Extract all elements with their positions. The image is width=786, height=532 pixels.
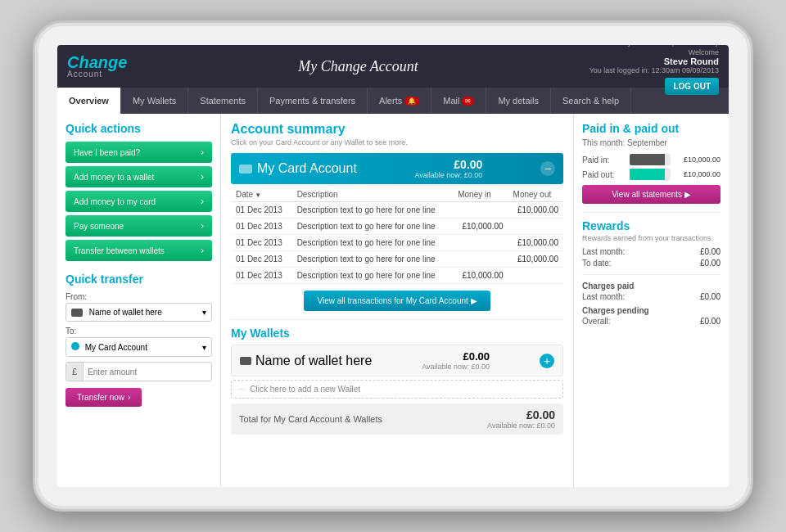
amount-input[interactable] (84, 363, 211, 381)
add-to-wallet-button[interactable]: + (540, 354, 554, 368)
charges-paid-title: Charges paid (582, 282, 720, 291)
total-amounts: £0.00 Available now: £0.00 (487, 408, 555, 430)
bar-chart: Paid in: £10,000.00 Paid out: £10,000.00 (582, 154, 720, 180)
action-transfer-wallets[interactable]: Transfer between wallets › (66, 240, 212, 261)
logo: Change Account (67, 54, 127, 79)
paid-in-amount: £10,000.00 (675, 156, 720, 164)
privacy-link[interactable]: Privacy & Cookies (608, 45, 667, 47)
add-wallet-text: Click here to add a new Wallet (250, 385, 360, 394)
charges-pending-val: £0.00 (700, 317, 720, 326)
tx-date: 01 Dec 2013 (231, 235, 292, 251)
add-wallet-row[interactable]: ··· Click here to add a new Wallet (231, 380, 563, 399)
paid-title: Paid in & paid out (582, 122, 720, 135)
paid-out-track (630, 169, 671, 180)
nav-my-details[interactable]: My details (486, 88, 551, 114)
view-statements-button[interactable]: View all statements ▶ (582, 185, 720, 204)
tx-desc: Description text to go here for one line (292, 268, 454, 284)
card-wallet-icon (239, 165, 252, 174)
nav-mail[interactable]: Mail ✉ (431, 88, 486, 114)
col-money-in: Money in (453, 187, 508, 202)
tx-money-in: £10,000.00 (453, 219, 508, 235)
tx-desc: Description text to go here for one line (292, 202, 454, 219)
tx-money-out: £10,000.00 (508, 251, 563, 268)
nav-overview[interactable]: Overview (57, 88, 121, 114)
transfer-now-button[interactable]: Transfer now › (66, 388, 142, 407)
card-icon (71, 342, 79, 350)
main-content: Quick actions Have I been paid? › Add mo… (57, 114, 729, 487)
table-row: 01 Dec 2013 Description text to go here … (231, 202, 563, 219)
col-description: Description (292, 187, 454, 202)
wallet-name-area: Name of wallet here (240, 354, 372, 368)
wallet-icon (71, 309, 83, 317)
app-title: My Change Account (127, 58, 589, 75)
mail-badge: ✉ (462, 97, 474, 106)
last-month-label: Last month: (582, 247, 625, 256)
to-account-select[interactable]: My Card Account ▾ (66, 337, 212, 357)
from-wallet-select[interactable]: Name of wallet here ▾ (66, 303, 212, 322)
logout-button[interactable]: LOG OUT (665, 78, 719, 95)
nav-statements[interactable]: Statements (188, 88, 258, 114)
from-label: From: (66, 292, 212, 301)
quick-transfer-section: Quick transfer From: Name of wallet here… (66, 273, 212, 407)
center-panel: Account summary Click on your Card Accou… (221, 114, 573, 487)
charges-paid-last-val: £0.00 (700, 292, 720, 301)
screen: Change Account My Change Account Privacy… (57, 45, 729, 487)
table-row: 01 Dec 2013 Description text to go here … (231, 235, 563, 251)
table-row: 01 Dec 2013 Description text to go here … (231, 251, 563, 268)
to-date-row: To date: £0.00 (582, 259, 720, 268)
tx-money-in (453, 251, 508, 268)
currency-prefix: £ (66, 363, 84, 381)
action-add-money-wallet[interactable]: Add money to a wallet › (66, 166, 212, 187)
charges-paid-last-row: Last month: £0.00 (582, 292, 720, 301)
paid-out-amount: £10,000.00 (675, 170, 720, 178)
alerts-badge: 🔔 (404, 97, 419, 106)
total-available: Available now: £0.00 (487, 422, 555, 430)
nav-my-wallets[interactable]: My Wallets (121, 88, 188, 114)
col-date[interactable]: Date (231, 187, 292, 202)
quick-transfer-title: Quick transfer (66, 273, 212, 286)
tablet-frame: Change Account My Change Account Privacy… (33, 20, 753, 512)
to-date-val: £0.00 (700, 259, 720, 268)
tx-money-out: £10,000.00 (508, 235, 563, 251)
last-month-row: Last month: £0.00 (582, 247, 720, 256)
paid-out-label: Paid out: (582, 170, 625, 179)
action-pay-someone[interactable]: Pay someone › (66, 215, 212, 237)
nav-payments-transfers[interactable]: Payments & transfers (258, 88, 368, 114)
wallet-row-icon (240, 357, 251, 365)
top-links: Privacy & Cookies | Accessibility (608, 45, 719, 47)
wallet-name: Name of wallet here (255, 354, 372, 368)
charges-pending-title: Charges pending (582, 306, 720, 315)
accessibility-link[interactable]: Accessibility (679, 45, 719, 47)
tx-date: 01 Dec 2013 (231, 268, 292, 284)
view-all-transactions-button[interactable]: View all transactions for My Card Accoun… (304, 291, 490, 311)
total-amount: £0.00 (487, 408, 555, 422)
nav-search-help[interactable]: Search & help (551, 88, 631, 114)
card-available: Available now: £0.00 (414, 171, 482, 179)
tx-money-out (508, 219, 563, 235)
paid-in-track (630, 154, 671, 165)
tx-money-in (453, 202, 508, 219)
paid-out-bar-row: Paid out: £10,000.00 (582, 169, 720, 180)
total-row: Total for My Card Account & Wallets £0.0… (231, 404, 563, 435)
nav-bar: Overview My Wallets Statements Payments … (57, 88, 729, 114)
transfer-arrow-icon: › (128, 393, 130, 402)
right-panel: Paid in & paid out This month: September… (573, 114, 729, 487)
logo-account-text: Account (67, 70, 127, 79)
wallet-amount: £0.00 (422, 350, 490, 363)
nav-alerts[interactable]: Alerts 🔔 (368, 88, 431, 114)
action-add-money-card[interactable]: Add money to my card › (66, 191, 212, 212)
welcome-text: Welcome (689, 48, 719, 56)
card-account-bar[interactable]: My Card Account £0.00 Available now: £0.… (231, 153, 563, 184)
action-have-i-been-paid[interactable]: Have I been paid? › (66, 142, 212, 163)
to-date-label: To date: (582, 259, 612, 268)
tx-money-out (508, 268, 563, 284)
tx-money-in: £10,000.00 (453, 268, 508, 284)
collapse-card-button[interactable]: − (540, 161, 555, 176)
paid-in-bar-row: Paid in: £10,000.00 (582, 154, 720, 165)
last-month-val: £0.00 (700, 247, 720, 256)
charges-pending-label: Overall: (582, 317, 610, 326)
top-bar: Change Account My Change Account Privacy… (57, 45, 729, 88)
wallet-row[interactable]: Name of wallet here £0.00 Available now:… (231, 345, 563, 376)
last-login: You last logged in: 12:30am 09/09/2013 (590, 66, 719, 74)
paid-in-label: Paid in: (582, 156, 625, 165)
